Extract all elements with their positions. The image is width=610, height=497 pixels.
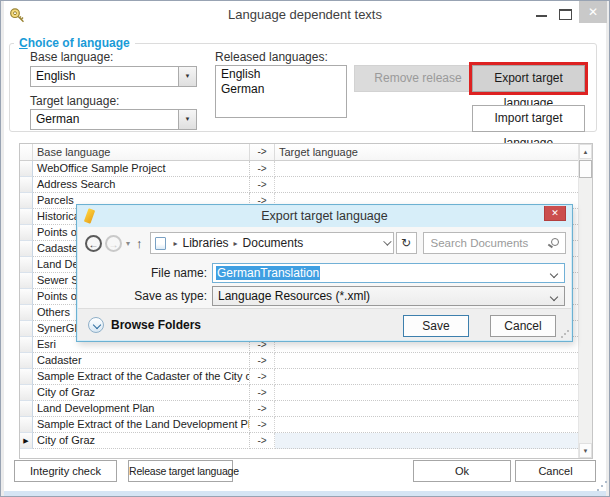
dialog-title: Export target language [261,209,387,223]
table-row[interactable]: Sample Extract of the Cadaster of the Ci… [20,369,578,385]
row-selector-cell[interactable] [20,193,33,209]
row-base-cell[interactable]: WebOffice Sample Project [33,161,250,177]
table-header: Base language -> Target language [20,144,578,161]
base-language-combobox[interactable]: English ▼ [30,66,197,87]
row-selector-cell[interactable] [20,161,33,177]
search-input[interactable] [424,233,565,253]
row-arrow-cell: -> [250,385,275,401]
row-base-cell[interactable]: City of Graz [33,385,250,401]
row-selector-cell[interactable] [20,177,33,193]
table-row[interactable]: Address Search -> [20,177,578,193]
row-selector-cell[interactable] [20,353,33,369]
row-base-cell[interactable]: City of Graz [33,433,250,449]
scroll-up-icon[interactable]: ▲ [579,144,592,159]
search-icon[interactable] [551,238,559,246]
row-selector-cell[interactable] [20,369,33,385]
row-selector-cell[interactable] [20,257,33,273]
dialog-close-button[interactable]: ✕ [544,206,566,221]
save-as-type-dropdown[interactable]: Language Resources (*.xml) [212,286,565,306]
row-selector-cell[interactable] [20,417,33,433]
table-row[interactable]: WebOffice Sample Project -> [20,161,578,177]
file-name-field[interactable]: GermanTranslation [212,263,565,283]
row-selector-cell[interactable]: ▶ [20,433,33,449]
row-target-cell[interactable] [275,161,578,177]
forward-icon[interactable]: → [105,235,122,252]
table-row[interactable]: Land Development Plan -> [20,401,578,417]
row-base-cell[interactable]: Sample Extract of the Land Development P… [33,417,250,433]
scroll-down-icon[interactable]: ▼ [579,443,592,458]
row-selector-cell[interactable] [20,225,33,241]
released-languages-listbox[interactable]: English German [215,65,347,118]
row-arrow-cell: -> [250,353,275,369]
row-selector-cell[interactable] [20,385,33,401]
row-base-cell[interactable]: Cadaster [33,353,250,369]
save-as-type-value: Language Resources (*.xml) [218,289,370,303]
minimize-button[interactable] [536,15,547,17]
row-target-cell[interactable] [275,353,578,369]
navigation-bar: ← → ▾ ↑ ▸ Libraries ▸ Documents ↻ [85,232,566,254]
vertical-scrollbar[interactable]: ▲ ▼ [578,144,592,458]
row-target-cell[interactable] [275,385,578,401]
address-bar[interactable]: ▸ Libraries ▸ Documents [150,232,394,254]
breadcrumb-item-documents[interactable]: Documents [243,236,304,250]
release-target-language-button[interactable]: Release target language [128,460,233,482]
up-icon[interactable]: ↑ [136,236,143,251]
row-arrow-cell: -> [250,369,275,385]
row-selector-cell[interactable] [20,289,33,305]
save-button[interactable]: Save [403,315,469,337]
table-row[interactable]: ▶ City of Graz -> [20,433,578,449]
row-selector-cell[interactable] [20,209,33,225]
row-base-cell[interactable]: Address Search [33,177,250,193]
dialog-resize-grip[interactable] [564,333,566,335]
list-item[interactable]: German [221,82,341,97]
browse-folders-expander-button[interactable] [88,317,104,333]
row-target-cell[interactable] [275,401,578,417]
row-selector-cell[interactable] [20,401,33,417]
table-row[interactable]: Cadaster -> [20,353,578,369]
history-caret-icon[interactable]: ▾ [126,239,130,248]
remove-release-button[interactable]: Remove release [354,65,482,92]
row-selector-cell[interactable] [20,321,33,337]
breadcrumb-item-libraries[interactable]: Libraries [183,236,229,250]
maximize-button[interactable] [559,9,572,20]
key-icon [9,7,26,24]
browse-folders-label[interactable]: Browse Folders [111,318,201,332]
base-language-label: Base language: [30,50,113,64]
refresh-icon[interactable]: ↻ [396,232,417,254]
row-arrow-cell: -> [250,161,275,177]
row-base-cell[interactable]: Sample Extract of the Cadaster of the Ci… [33,369,250,385]
row-target-cell[interactable] [275,433,578,449]
save-as-type-label: Save as type: [77,286,207,306]
base-language-column-header[interactable]: Base language [33,144,250,160]
integrity-check-button[interactable]: Integrity check [14,460,117,482]
dialog-cancel-button[interactable]: Cancel [490,315,556,337]
row-selector-cell[interactable] [20,241,33,257]
document-icon [155,237,166,250]
row-target-cell[interactable] [275,369,578,385]
chevron-down-icon[interactable]: ▼ [178,67,196,86]
scrollbar-thumb[interactable] [579,160,592,178]
import-target-language-button[interactable]: Import target language [472,105,585,132]
chevron-down-icon[interactable]: ▼ [178,110,196,129]
row-selector-cell[interactable] [20,337,33,353]
table-row[interactable]: Sample Extract of the Land Development P… [20,417,578,433]
row-selector-cell[interactable] [20,273,33,289]
close-button[interactable]: ✕ [579,1,607,23]
cancel-button[interactable]: Cancel [515,460,596,482]
chevron-down-icon[interactable] [550,293,558,301]
row-target-cell[interactable] [275,417,578,433]
back-icon[interactable]: ← [85,235,102,252]
export-target-language-button[interactable]: Export target language [472,65,585,92]
search-box[interactable] [423,232,566,254]
list-item[interactable]: English [221,67,341,82]
resize-grip[interactable] [601,485,603,487]
row-target-cell[interactable] [275,177,578,193]
row-selector-cell[interactable] [20,305,33,321]
target-language-column-header[interactable]: Target language [275,144,578,160]
chevron-down-icon[interactable] [550,270,558,278]
table-row[interactable]: City of Graz -> [20,385,578,401]
ok-button[interactable]: Ok [413,460,511,482]
target-language-combobox[interactable]: German ▼ [30,109,197,130]
row-base-cell[interactable]: Land Development Plan [33,401,250,417]
chevron-down-icon[interactable] [383,237,391,245]
